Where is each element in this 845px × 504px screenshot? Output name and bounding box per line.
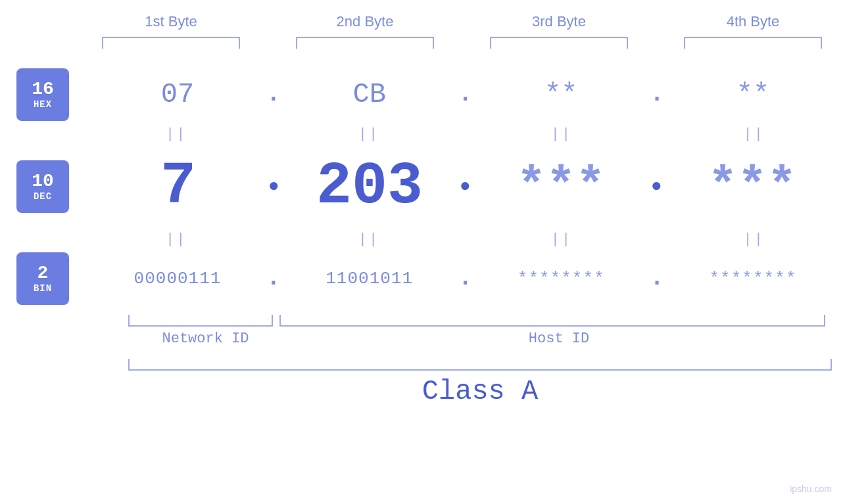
hex-byte1-cell: 07	[109, 79, 247, 110]
main-container: 1st Byte 2nd Byte 3rd Byte 4th Byte 16 H…	[0, 0, 845, 504]
byte3-header: 3rd Byte	[477, 13, 641, 30]
byte2-header: 2nd Byte	[283, 13, 447, 30]
bin-dot1: .	[266, 267, 281, 290]
bin-byte4-value: ********	[710, 269, 797, 288]
dec-byte3-value: ***	[516, 159, 605, 215]
bin-dot3: .	[650, 267, 664, 290]
dec-byte4-cell: ***	[683, 159, 821, 215]
hex-byte4-cell: **	[684, 79, 822, 110]
host-id-bracket	[279, 315, 825, 327]
top-brackets	[74, 37, 846, 49]
bin-byte3-value: ********	[518, 269, 605, 288]
dec-byte1-cell: 7	[109, 153, 247, 220]
bin-byte1-value: 00000111	[134, 269, 222, 288]
bin-row: 00000111 . 11001011 . ******** . *******…	[85, 252, 845, 305]
network-id-bracket	[128, 315, 273, 327]
bracket-gap	[273, 315, 279, 327]
hex-badge: 16 HEX	[16, 68, 69, 121]
parallel-lines-5: ||	[107, 231, 245, 248]
host-id-label: Host ID	[283, 331, 835, 347]
watermark: ipshu.com	[790, 484, 832, 494]
sep1-byte1: ||	[107, 126, 245, 143]
hex-dot1: .	[266, 83, 281, 106]
sep1-byte4: ||	[685, 126, 823, 143]
bin-badge-number: 2	[37, 263, 49, 284]
bin-byte1-cell: 00000111	[109, 269, 247, 288]
bracket-byte3	[490, 37, 628, 49]
dec-dot3: ●	[651, 177, 662, 196]
bin-byte3-cell: ********	[492, 269, 630, 288]
dec-byte3-cell: ***	[492, 159, 630, 215]
parallel-lines-6: ||	[300, 231, 438, 248]
hex-byte4-value: **	[736, 79, 769, 110]
dec-badge: 10 DEC	[16, 160, 69, 213]
hex-badge-number: 16	[32, 80, 54, 100]
class-a-bracket	[128, 359, 832, 371]
dec-badge-label: DEC	[34, 191, 52, 202]
hex-dot3: .	[650, 83, 664, 106]
parallel-lines-1: ||	[107, 126, 245, 143]
bin-badge: 2 BIN	[16, 252, 69, 305]
sep2-byte3: ||	[493, 231, 631, 248]
dec-byte2-value: 203	[316, 153, 423, 220]
dec-row: 7 ● 203 ● *** ● ***	[85, 147, 845, 226]
separator-row-1: || || || ||	[85, 121, 845, 147]
separator-row-2: || || || ||	[85, 226, 845, 252]
dec-byte4-value: ***	[708, 159, 796, 215]
sep2-byte1: ||	[107, 231, 245, 248]
bracket-byte4	[684, 37, 822, 49]
dec-badge-number: 10	[32, 172, 54, 192]
sep2-byte4: ||	[685, 231, 823, 248]
dec-dot2: ●	[460, 177, 471, 196]
parallel-lines-2: ||	[300, 126, 438, 143]
bin-dot2: .	[458, 267, 473, 290]
bin-badge-label: BIN	[34, 283, 52, 294]
data-rows-area: 07 . CB . ** . ** ||	[85, 68, 845, 305]
hex-byte1-value: 07	[161, 79, 194, 110]
dec-byte1-value: 7	[160, 153, 196, 220]
sep1-byte3: ||	[493, 126, 631, 143]
parallel-lines-4: ||	[685, 126, 823, 143]
parallel-lines-3: ||	[493, 126, 631, 143]
hex-badge-label: HEX	[34, 99, 52, 110]
hex-byte2-value: CB	[352, 79, 385, 110]
hex-byte2-cell: CB	[301, 79, 439, 110]
hex-row: 07 . CB . ** . **	[85, 68, 845, 121]
byte-headers: 1st Byte 2nd Byte 3rd Byte 4th Byte	[74, 13, 846, 30]
dec-dot1: ●	[268, 177, 279, 196]
bin-byte4-cell: ********	[684, 269, 822, 288]
dec-byte2-cell: 203	[301, 153, 439, 220]
bin-byte2-cell: 11001011	[301, 269, 439, 288]
bracket-byte2	[296, 37, 434, 49]
sep2-byte2: ||	[300, 231, 438, 248]
hex-byte3-value: **	[544, 79, 577, 110]
sep1-byte2: ||	[300, 126, 438, 143]
byte1-header: 1st Byte	[89, 13, 253, 30]
bin-byte2-value: 11001011	[326, 269, 413, 288]
badges-column: 16 HEX 10 DEC 2 BIN	[0, 68, 85, 305]
network-id-label: Network ID	[128, 331, 283, 347]
hex-byte3-cell: **	[492, 79, 630, 110]
parallel-lines-7: ||	[493, 231, 631, 248]
main-content-area: 16 HEX 10 DEC 2 BIN 07 . CB	[0, 68, 845, 305]
bracket-byte1	[102, 37, 240, 49]
hex-dot2: .	[458, 83, 473, 106]
parallel-lines-8: ||	[685, 231, 823, 248]
bottom-section: Network ID Host ID Class A	[0, 311, 845, 407]
byte4-header: 4th Byte	[671, 13, 835, 30]
class-label: Class A	[128, 376, 832, 407]
